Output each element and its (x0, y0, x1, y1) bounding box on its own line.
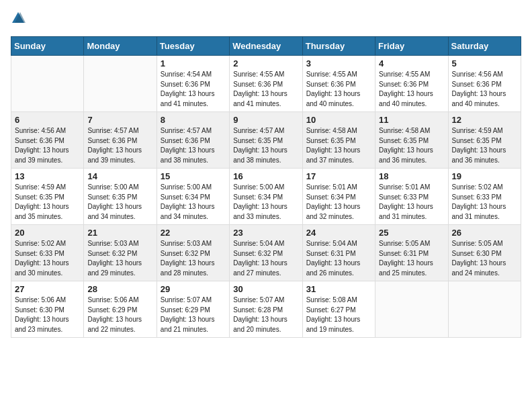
day-number: 6 (15, 115, 80, 125)
day-detail: Sunrise: 4:55 AMSunset: 6:36 PMDaylight:… (379, 70, 444, 109)
calendar-cell: 17Sunrise: 5:01 AMSunset: 6:34 PMDayligh… (302, 169, 375, 225)
day-detail: Sunrise: 4:55 AMSunset: 6:36 PMDaylight:… (306, 70, 371, 109)
day-number: 10 (306, 115, 371, 125)
calendar-cell: 23Sunrise: 5:04 AMSunset: 6:32 PMDayligh… (230, 225, 302, 281)
day-number: 5 (452, 58, 517, 68)
day-number: 24 (306, 228, 371, 238)
day-detail: Sunrise: 5:08 AMSunset: 6:27 PMDaylight:… (306, 295, 371, 334)
calendar-cell: 1Sunrise: 4:54 AMSunset: 6:36 PMDaylight… (157, 56, 229, 112)
calendar-cell: 12Sunrise: 4:59 AMSunset: 6:35 PMDayligh… (448, 112, 521, 169)
calendar-week-row: 27Sunrise: 5:06 AMSunset: 6:30 PMDayligh… (11, 281, 521, 338)
calendar-cell: 9Sunrise: 4:57 AMSunset: 6:35 PMDaylight… (230, 112, 302, 169)
day-number: 29 (161, 284, 226, 294)
day-detail: Sunrise: 5:06 AMSunset: 6:30 PMDaylight:… (15, 295, 80, 334)
day-detail: Sunrise: 5:05 AMSunset: 6:31 PMDaylight:… (379, 239, 444, 278)
calendar-cell: 2Sunrise: 4:55 AMSunset: 6:36 PMDaylight… (230, 56, 302, 112)
calendar-body: 1Sunrise: 4:54 AMSunset: 6:36 PMDaylight… (11, 56, 521, 338)
calendar-week-row: 20Sunrise: 5:02 AMSunset: 6:33 PMDayligh… (11, 225, 521, 281)
calendar-cell: 10Sunrise: 4:58 AMSunset: 6:35 PMDayligh… (302, 112, 375, 169)
page-header (11, 11, 521, 28)
day-number: 3 (306, 58, 371, 68)
calendar-cell: 31Sunrise: 5:08 AMSunset: 6:27 PMDayligh… (302, 281, 375, 338)
day-number: 22 (161, 228, 226, 238)
calendar-cell: 6Sunrise: 4:56 AMSunset: 6:36 PMDaylight… (11, 112, 84, 169)
weekday-header-cell: Sunday (11, 37, 84, 56)
weekday-header-cell: Monday (84, 37, 157, 56)
day-detail: Sunrise: 5:02 AMSunset: 6:33 PMDaylight:… (15, 239, 80, 278)
weekday-header-cell: Tuesday (157, 37, 229, 56)
day-number: 19 (452, 171, 517, 181)
logo-icon (11, 11, 26, 26)
day-detail: Sunrise: 4:57 AMSunset: 6:36 PMDaylight:… (87, 126, 152, 165)
weekday-header-cell: Saturday (448, 37, 521, 56)
weekday-header-cell: Friday (375, 37, 448, 56)
day-detail: Sunrise: 5:01 AMSunset: 6:34 PMDaylight:… (306, 183, 371, 222)
weekday-header-cell: Wednesday (230, 37, 302, 56)
day-detail: Sunrise: 5:04 AMSunset: 6:32 PMDaylight:… (233, 239, 298, 278)
day-detail: Sunrise: 5:06 AMSunset: 6:29 PMDaylight:… (87, 295, 152, 334)
calendar-cell: 26Sunrise: 5:05 AMSunset: 6:30 PMDayligh… (448, 225, 521, 281)
calendar-cell (84, 56, 157, 112)
day-number: 23 (233, 228, 298, 238)
calendar-cell: 18Sunrise: 5:01 AMSunset: 6:33 PMDayligh… (375, 169, 448, 225)
day-detail: Sunrise: 5:01 AMSunset: 6:33 PMDaylight:… (379, 183, 444, 222)
day-detail: Sunrise: 5:07 AMSunset: 6:29 PMDaylight:… (161, 295, 226, 334)
day-detail: Sunrise: 4:56 AMSunset: 6:36 PMDaylight:… (452, 70, 517, 109)
calendar-cell: 5Sunrise: 4:56 AMSunset: 6:36 PMDaylight… (448, 56, 521, 112)
day-detail: Sunrise: 5:04 AMSunset: 6:31 PMDaylight:… (306, 239, 371, 278)
day-number: 13 (15, 171, 80, 181)
calendar-cell: 16Sunrise: 5:00 AMSunset: 6:34 PMDayligh… (230, 169, 302, 225)
calendar-cell: 20Sunrise: 5:02 AMSunset: 6:33 PMDayligh… (11, 225, 84, 281)
day-number: 27 (15, 284, 80, 294)
calendar-cell: 30Sunrise: 5:07 AMSunset: 6:28 PMDayligh… (230, 281, 302, 338)
day-number: 17 (306, 171, 371, 181)
calendar-week-row: 13Sunrise: 4:59 AMSunset: 6:35 PMDayligh… (11, 169, 521, 225)
day-number: 4 (379, 58, 444, 68)
day-number: 20 (15, 228, 80, 238)
calendar-cell: 29Sunrise: 5:07 AMSunset: 6:29 PMDayligh… (157, 281, 229, 338)
day-number: 21 (87, 228, 152, 238)
day-number: 14 (87, 171, 152, 181)
calendar-cell: 4Sunrise: 4:55 AMSunset: 6:36 PMDaylight… (375, 56, 448, 112)
day-detail: Sunrise: 4:58 AMSunset: 6:35 PMDaylight:… (379, 126, 444, 165)
day-detail: Sunrise: 5:07 AMSunset: 6:28 PMDaylight:… (233, 295, 298, 334)
day-number: 9 (233, 115, 298, 125)
weekday-header-cell: Thursday (302, 37, 375, 56)
day-detail: Sunrise: 5:00 AMSunset: 6:35 PMDaylight:… (87, 183, 152, 222)
day-number: 7 (87, 115, 152, 125)
day-number: 18 (379, 171, 444, 181)
calendar-cell: 8Sunrise: 4:57 AMSunset: 6:36 PMDaylight… (157, 112, 229, 169)
day-detail: Sunrise: 5:03 AMSunset: 6:32 PMDaylight:… (161, 239, 226, 278)
day-number: 25 (379, 228, 444, 238)
day-number: 2 (233, 58, 298, 68)
calendar-cell: 21Sunrise: 5:03 AMSunset: 6:32 PMDayligh… (84, 225, 157, 281)
calendar-cell: 7Sunrise: 4:57 AMSunset: 6:36 PMDaylight… (84, 112, 157, 169)
day-number: 1 (161, 58, 226, 68)
day-number: 28 (87, 284, 152, 294)
day-detail: Sunrise: 4:56 AMSunset: 6:36 PMDaylight:… (15, 126, 80, 165)
calendar-cell: 24Sunrise: 5:04 AMSunset: 6:31 PMDayligh… (302, 225, 375, 281)
day-detail: Sunrise: 5:05 AMSunset: 6:30 PMDaylight:… (452, 239, 517, 278)
calendar-cell: 3Sunrise: 4:55 AMSunset: 6:36 PMDaylight… (302, 56, 375, 112)
calendar-week-row: 6Sunrise: 4:56 AMSunset: 6:36 PMDaylight… (11, 112, 521, 169)
calendar-table: SundayMondayTuesdayWednesdayThursdayFrid… (11, 36, 521, 338)
day-number: 15 (161, 171, 226, 181)
day-detail: Sunrise: 5:00 AMSunset: 6:34 PMDaylight:… (161, 183, 226, 222)
day-detail: Sunrise: 4:59 AMSunset: 6:35 PMDaylight:… (452, 126, 517, 165)
calendar-cell: 14Sunrise: 5:00 AMSunset: 6:35 PMDayligh… (84, 169, 157, 225)
calendar-cell: 15Sunrise: 5:00 AMSunset: 6:34 PMDayligh… (157, 169, 229, 225)
day-detail: Sunrise: 4:58 AMSunset: 6:35 PMDaylight:… (306, 126, 371, 165)
day-detail: Sunrise: 4:59 AMSunset: 6:35 PMDaylight:… (15, 183, 80, 222)
day-number: 31 (306, 284, 371, 294)
day-detail: Sunrise: 4:54 AMSunset: 6:36 PMDaylight:… (161, 70, 226, 109)
day-number: 16 (233, 171, 298, 181)
day-detail: Sunrise: 5:02 AMSunset: 6:33 PMDaylight:… (452, 183, 517, 222)
calendar-cell: 22Sunrise: 5:03 AMSunset: 6:32 PMDayligh… (157, 225, 229, 281)
day-number: 11 (379, 115, 444, 125)
calendar-cell: 19Sunrise: 5:02 AMSunset: 6:33 PMDayligh… (448, 169, 521, 225)
calendar-cell: 11Sunrise: 4:58 AMSunset: 6:35 PMDayligh… (375, 112, 448, 169)
calendar-cell: 28Sunrise: 5:06 AMSunset: 6:29 PMDayligh… (84, 281, 157, 338)
day-detail: Sunrise: 4:57 AMSunset: 6:36 PMDaylight:… (161, 126, 226, 165)
calendar-cell: 27Sunrise: 5:06 AMSunset: 6:30 PMDayligh… (11, 281, 84, 338)
day-number: 8 (161, 115, 226, 125)
